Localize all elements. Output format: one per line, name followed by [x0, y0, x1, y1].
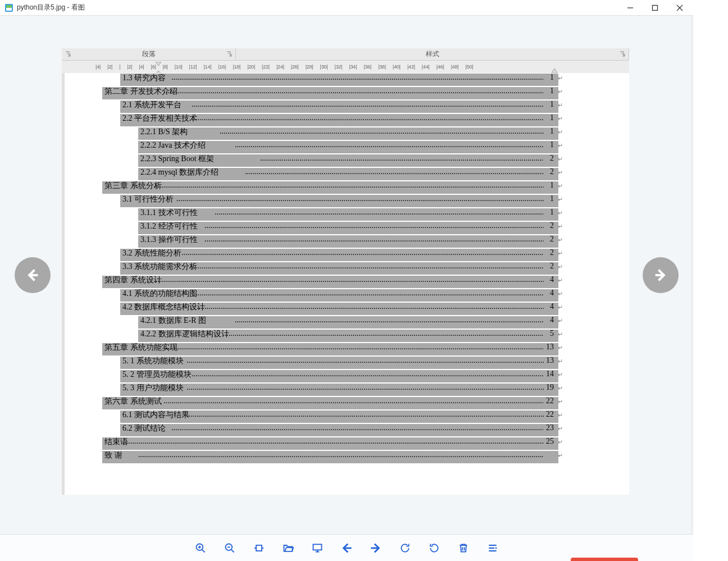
- ruler-tick: |20|: [247, 64, 255, 70]
- slideshow-button[interactable]: [309, 540, 326, 557]
- toc-entry: 3.1.1 技术可行性.............................…: [102, 208, 559, 221]
- viewer-content: 段落 样式: [0, 16, 693, 534]
- toc-leader-dots: ........................................…: [104, 86, 544, 100]
- toc-entry: 4.2.1 数据库 E-R 图.........................…: [102, 316, 559, 329]
- previous-button[interactable]: [338, 540, 355, 557]
- ruler-tick: |8|: [163, 64, 168, 70]
- toc-entry-page: 2: [550, 154, 554, 163]
- toc-entry-page: 13: [546, 356, 554, 365]
- toc-entry: 2.2.3 Spring Boot 框架....................…: [102, 154, 559, 167]
- return-mark-icon: ↵: [558, 412, 563, 419]
- rotate-counterclockwise-button[interactable]: [426, 540, 443, 557]
- ruler-tick: |22|: [262, 64, 270, 70]
- zoom-out-button[interactable]: [221, 540, 238, 557]
- delete-button[interactable]: [455, 540, 472, 557]
- word-horizontal-ruler: |4||2|||2||4||6||8||10||12||14||16||18||…: [62, 61, 629, 73]
- return-mark-icon: ↵: [558, 277, 563, 284]
- word-ribbon-row: 段落 样式: [62, 48, 629, 61]
- ruler-tick: |10|: [175, 64, 183, 70]
- toc-entry-page: 5: [550, 329, 554, 338]
- ruler-tick: |2|: [127, 64, 132, 70]
- minimize-button[interactable]: [618, 0, 643, 16]
- ruler-tick: |42|: [407, 64, 415, 70]
- toc-entry-page: 1: [550, 113, 554, 122]
- document-page: 1.3 研究内容................................…: [102, 73, 559, 464]
- ribbon-label: 样式: [426, 49, 439, 59]
- more-menu-button[interactable]: [484, 540, 501, 557]
- open-folder-button[interactable]: [280, 540, 297, 557]
- toc-entry-page: 1: [550, 86, 554, 95]
- svg-line-17: [231, 549, 234, 552]
- svg-rect-22: [313, 544, 322, 550]
- return-mark-icon: ↵: [558, 223, 563, 230]
- toc-leader-dots: ........................................…: [104, 343, 544, 356]
- ruler-tick: |44|: [422, 64, 430, 70]
- toc-entry: 3.1.2 经济可行性.............................…: [102, 221, 559, 235]
- maximize-button[interactable]: [643, 0, 667, 16]
- toc-entry: 1.3 研究内容................................…: [102, 73, 559, 86]
- toc-entry-page: 1: [550, 208, 554, 217]
- return-mark-icon: ↵: [558, 385, 563, 392]
- toc-entry: 4.1 系统的功能结构图............................…: [102, 289, 559, 302]
- close-button[interactable]: [667, 0, 692, 16]
- return-mark-icon: ↵: [558, 250, 563, 257]
- return-mark-icon: ↵: [558, 196, 563, 203]
- svg-marker-11: [552, 69, 557, 73]
- toc-entry: 4.2 数据库概念结构设计...........................…: [102, 302, 559, 316]
- toc-entry: 结束语.....................................…: [102, 437, 559, 450]
- toc-leader-dots: ........................................…: [140, 167, 544, 181]
- toc-entry-page: 2: [550, 248, 554, 257]
- next-image-button[interactable]: [643, 257, 679, 293]
- ruler-tick: |48|: [451, 64, 459, 70]
- zoom-in-button[interactable]: [192, 540, 209, 557]
- toc-entry: 2.2 平台开发相关技术............................…: [102, 113, 559, 127]
- ruler-tick: |32|: [335, 64, 343, 70]
- toc-entry-page: 4: [550, 316, 554, 325]
- toc-leader-dots: ........................................…: [122, 289, 544, 302]
- toc-leader-dots: ........................................…: [122, 423, 544, 437]
- svg-line-13: [202, 549, 205, 552]
- toc-leader-dots: ........................................…: [104, 437, 544, 450]
- image-viewport[interactable]: 段落 样式: [62, 48, 629, 495]
- toc-entry-page: 1: [550, 73, 554, 82]
- toc-entry-page: 13: [546, 343, 554, 352]
- toc-entry: 3.1 可行性分析...............................…: [102, 194, 559, 208]
- toc-leader-dots: ........................................…: [140, 127, 544, 140]
- ruler-tick: |14|: [203, 64, 211, 70]
- toc-entry: 第三章 系统分析................................…: [102, 181, 559, 194]
- ruler-tick: |26|: [291, 64, 299, 70]
- return-mark-icon: ↵: [558, 156, 563, 163]
- toc-entry-page: 2: [550, 262, 554, 271]
- toc-entry: 5. 1 系统功能模块.............................…: [102, 356, 559, 370]
- return-mark-icon: ↵: [558, 331, 563, 338]
- rotate-clockwise-button[interactable]: [397, 540, 413, 557]
- toc-entry: 2.1 系统开发平台..............................…: [102, 100, 559, 113]
- toc-leader-dots: ........................................…: [104, 450, 544, 464]
- ruler-tick: |34|: [349, 64, 357, 70]
- dialog-launcher-icon: [618, 50, 626, 58]
- dialog-launcher-icon: [225, 50, 233, 58]
- toc-leader-dots: ........................................…: [122, 248, 544, 262]
- right-indent-marker-icon: [552, 69, 557, 73]
- actual-size-button[interactable]: [251, 540, 267, 557]
- ruler-tick: |38|: [378, 64, 386, 70]
- toc-entry-page: 14: [546, 370, 554, 378]
- toc-entry-page: 4: [550, 289, 554, 298]
- return-mark-icon: ↵: [558, 452, 563, 459]
- toc-entry: 第二章 开发技术介绍..............................…: [102, 86, 559, 100]
- svg-rect-19: [256, 545, 262, 551]
- toc-leader-dots: ........................................…: [140, 221, 544, 235]
- ruler-tick: |24|: [276, 64, 284, 70]
- toc-entry-page: 2: [550, 167, 554, 176]
- toc-entry-page: 1: [550, 140, 554, 149]
- toc-entry-page: 2: [550, 235, 554, 244]
- next-button[interactable]: [367, 540, 384, 557]
- toc-entry: 3.3 系统功能需求分析............................…: [102, 262, 559, 275]
- app-icon: [4, 3, 13, 12]
- ruler-tick: |50|: [466, 64, 474, 70]
- previous-image-button[interactable]: [15, 257, 51, 293]
- toc-entry-page: 25: [546, 437, 554, 446]
- return-mark-icon: ↵: [558, 371, 563, 378]
- toc-entry: 5. 2 管理员功能模块............................…: [102, 370, 559, 383]
- toc-entry: 6.2 测试结论................................…: [102, 423, 559, 437]
